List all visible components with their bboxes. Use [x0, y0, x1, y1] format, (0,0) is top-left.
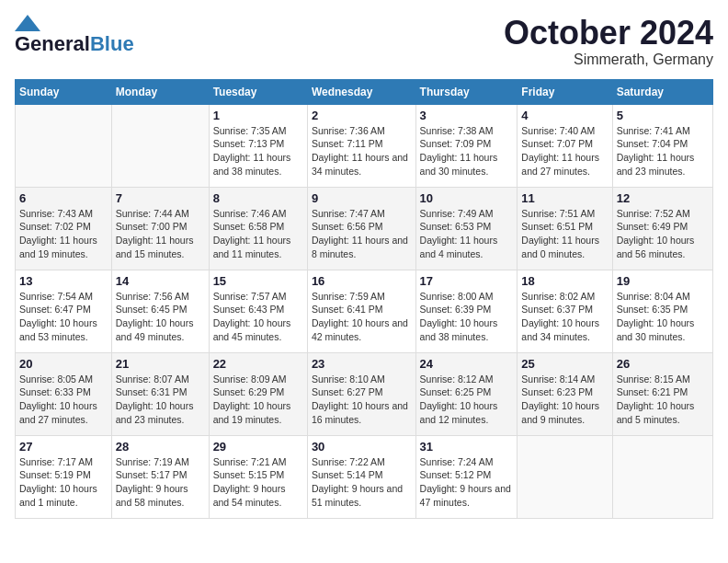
day-info: Sunrise: 7:54 AM Sunset: 6:47 PM Dayligh… — [19, 290, 108, 344]
calendar-cell: 21Sunrise: 8:07 AM Sunset: 6:31 PM Dayli… — [111, 352, 209, 435]
day-info: Sunrise: 7:59 AM Sunset: 6:41 PM Dayligh… — [312, 290, 412, 344]
day-info: Sunrise: 7:46 AM Sunset: 6:58 PM Dayligh… — [213, 207, 303, 261]
calendar-week-row: 1Sunrise: 7:35 AM Sunset: 7:13 PM Daylig… — [16, 104, 713, 187]
day-info: Sunrise: 8:09 AM Sunset: 6:29 PM Dayligh… — [213, 373, 303, 427]
calendar-week-row: 13Sunrise: 7:54 AM Sunset: 6:47 PM Dayli… — [16, 270, 713, 352]
calendar-cell — [16, 104, 112, 187]
calendar-cell: 15Sunrise: 7:57 AM Sunset: 6:43 PM Dayli… — [209, 270, 307, 352]
calendar-cell: 14Sunrise: 7:56 AM Sunset: 6:45 PM Dayli… — [111, 270, 209, 352]
calendar-cell — [612, 435, 712, 518]
day-number: 13 — [19, 274, 108, 288]
day-info: Sunrise: 8:05 AM Sunset: 6:33 PM Dayligh… — [19, 373, 108, 427]
day-info: Sunrise: 8:12 AM Sunset: 6:25 PM Dayligh… — [420, 373, 514, 427]
day-info: Sunrise: 7:40 AM Sunset: 7:07 PM Dayligh… — [521, 124, 608, 178]
day-number: 18 — [521, 274, 608, 288]
logo-icon — [15, 15, 40, 31]
day-info: Sunrise: 8:00 AM Sunset: 6:39 PM Dayligh… — [420, 290, 514, 344]
day-info: Sunrise: 7:43 AM Sunset: 7:02 PM Dayligh… — [19, 207, 108, 261]
day-info: Sunrise: 8:07 AM Sunset: 6:31 PM Dayligh… — [116, 373, 205, 427]
day-number: 29 — [213, 440, 303, 454]
calendar-cell: 30Sunrise: 7:22 AM Sunset: 5:14 PM Dayli… — [307, 435, 415, 518]
calendar-cell: 2Sunrise: 7:36 AM Sunset: 7:11 PM Daylig… — [307, 104, 415, 187]
day-info: Sunrise: 7:47 AM Sunset: 6:56 PM Dayligh… — [312, 207, 412, 261]
calendar-cell: 29Sunrise: 7:21 AM Sunset: 5:15 PM Dayli… — [209, 435, 307, 518]
day-info: Sunrise: 7:17 AM Sunset: 5:19 PM Dayligh… — [19, 455, 108, 510]
calendar-cell: 19Sunrise: 8:04 AM Sunset: 6:35 PM Dayli… — [612, 270, 712, 352]
calendar-cell: 31Sunrise: 7:24 AM Sunset: 5:12 PM Dayli… — [415, 435, 518, 518]
day-number: 6 — [19, 191, 108, 205]
page-header: GeneralBlue October 2024 Simmerath, Germ… — [15, 15, 713, 68]
day-info: Sunrise: 7:56 AM Sunset: 6:45 PM Dayligh… — [116, 290, 205, 344]
day-info: Sunrise: 7:44 AM Sunset: 7:00 PM Dayligh… — [116, 207, 205, 261]
calendar-week-row: 6Sunrise: 7:43 AM Sunset: 7:02 PM Daylig… — [16, 187, 713, 270]
location-title: Simmerath, Germany — [504, 52, 713, 68]
day-info: Sunrise: 7:51 AM Sunset: 6:51 PM Dayligh… — [521, 207, 608, 261]
calendar-cell: 9Sunrise: 7:47 AM Sunset: 6:56 PM Daylig… — [307, 187, 415, 270]
day-number: 19 — [617, 274, 709, 288]
day-info: Sunrise: 7:41 AM Sunset: 7:04 PM Dayligh… — [617, 124, 709, 178]
day-number: 3 — [420, 109, 514, 122]
day-number: 5 — [617, 109, 709, 122]
column-header-friday: Friday — [518, 79, 612, 104]
svg-marker-0 — [15, 15, 40, 31]
day-number: 7 — [116, 191, 205, 205]
calendar-cell: 18Sunrise: 8:02 AM Sunset: 6:37 PM Dayli… — [518, 270, 612, 352]
logo-blue: Blue — [90, 33, 134, 55]
calendar-cell: 6Sunrise: 7:43 AM Sunset: 7:02 PM Daylig… — [16, 187, 112, 270]
calendar-cell: 11Sunrise: 7:51 AM Sunset: 6:51 PM Dayli… — [518, 187, 612, 270]
day-number: 14 — [116, 274, 205, 288]
calendar-table: SundayMondayTuesdayWednesdayThursdayFrid… — [15, 79, 713, 519]
column-header-thursday: Thursday — [415, 79, 518, 104]
calendar-week-row: 27Sunrise: 7:17 AM Sunset: 5:19 PM Dayli… — [16, 435, 713, 518]
calendar-cell — [111, 104, 209, 187]
calendar-cell: 4Sunrise: 7:40 AM Sunset: 7:07 PM Daylig… — [518, 104, 612, 187]
column-header-wednesday: Wednesday — [307, 79, 415, 104]
calendar-cell: 1Sunrise: 7:35 AM Sunset: 7:13 PM Daylig… — [209, 104, 307, 187]
title-area: October 2024 Simmerath, Germany — [504, 15, 713, 68]
day-number: 21 — [116, 357, 205, 371]
calendar-header-row: SundayMondayTuesdayWednesdayThursdayFrid… — [16, 79, 713, 104]
logo-general: General — [15, 33, 90, 55]
calendar-cell: 22Sunrise: 8:09 AM Sunset: 6:29 PM Dayli… — [209, 352, 307, 435]
day-info: Sunrise: 8:04 AM Sunset: 6:35 PM Dayligh… — [617, 290, 709, 344]
day-number: 17 — [420, 274, 514, 288]
day-number: 8 — [213, 191, 303, 205]
day-number: 9 — [312, 191, 412, 205]
logo: GeneralBlue — [15, 15, 134, 55]
column-header-monday: Monday — [111, 79, 209, 104]
calendar-cell: 12Sunrise: 7:52 AM Sunset: 6:49 PM Dayli… — [612, 187, 712, 270]
calendar-cell: 28Sunrise: 7:19 AM Sunset: 5:17 PM Dayli… — [111, 435, 209, 518]
calendar-cell: 27Sunrise: 7:17 AM Sunset: 5:19 PM Dayli… — [16, 435, 112, 518]
day-number: 25 — [521, 357, 608, 371]
day-info: Sunrise: 7:24 AM Sunset: 5:12 PM Dayligh… — [420, 455, 514, 510]
day-number: 2 — [312, 109, 412, 122]
column-header-tuesday: Tuesday — [209, 79, 307, 104]
month-title: October 2024 — [504, 15, 713, 52]
calendar-cell: 5Sunrise: 7:41 AM Sunset: 7:04 PM Daylig… — [612, 104, 712, 187]
day-number: 27 — [19, 440, 108, 454]
day-number: 23 — [312, 357, 412, 371]
day-number: 4 — [521, 109, 608, 122]
calendar-cell: 25Sunrise: 8:14 AM Sunset: 6:23 PM Dayli… — [518, 352, 612, 435]
calendar-cell: 13Sunrise: 7:54 AM Sunset: 6:47 PM Dayli… — [16, 270, 112, 352]
day-number: 26 — [617, 357, 709, 371]
day-info: Sunrise: 7:38 AM Sunset: 7:09 PM Dayligh… — [420, 124, 514, 178]
day-number: 22 — [213, 357, 303, 371]
day-number: 30 — [312, 440, 412, 454]
day-info: Sunrise: 8:10 AM Sunset: 6:27 PM Dayligh… — [312, 373, 412, 427]
day-number: 31 — [420, 440, 514, 454]
column-header-sunday: Sunday — [16, 79, 112, 104]
day-info: Sunrise: 7:22 AM Sunset: 5:14 PM Dayligh… — [312, 455, 412, 510]
calendar-week-row: 20Sunrise: 8:05 AM Sunset: 6:33 PM Dayli… — [16, 352, 713, 435]
day-info: Sunrise: 7:52 AM Sunset: 6:49 PM Dayligh… — [617, 207, 709, 261]
day-info: Sunrise: 7:36 AM Sunset: 7:11 PM Dayligh… — [312, 124, 412, 178]
calendar-cell: 10Sunrise: 7:49 AM Sunset: 6:53 PM Dayli… — [415, 187, 518, 270]
calendar-cell: 23Sunrise: 8:10 AM Sunset: 6:27 PM Dayli… — [307, 352, 415, 435]
day-info: Sunrise: 7:57 AM Sunset: 6:43 PM Dayligh… — [213, 290, 303, 344]
day-number: 24 — [420, 357, 514, 371]
calendar-cell: 16Sunrise: 7:59 AM Sunset: 6:41 PM Dayli… — [307, 270, 415, 352]
day-info: Sunrise: 7:49 AM Sunset: 6:53 PM Dayligh… — [420, 207, 514, 261]
day-info: Sunrise: 7:21 AM Sunset: 5:15 PM Dayligh… — [213, 455, 303, 510]
calendar-cell: 20Sunrise: 8:05 AM Sunset: 6:33 PM Dayli… — [16, 352, 112, 435]
calendar-cell: 3Sunrise: 7:38 AM Sunset: 7:09 PM Daylig… — [415, 104, 518, 187]
